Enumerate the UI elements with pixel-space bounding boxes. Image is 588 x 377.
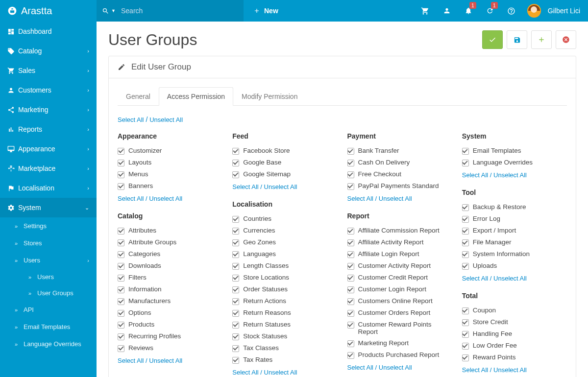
brand-text: Arastta <box>21 5 52 17</box>
brand-logo-icon <box>7 6 17 16</box>
user-icon[interactable] <box>436 0 458 22</box>
search-area: ▼ <box>97 0 244 22</box>
plus-icon <box>253 7 260 14</box>
topbar: Arastta ▼ New 1 1 Gilbert L <box>0 0 588 22</box>
update-badge: 1 <box>491 2 498 9</box>
topbar-right: 1 1 Gilbert Lici <box>415 0 588 22</box>
search-icon[interactable] <box>102 7 109 15</box>
brand[interactable]: Arastta <box>0 5 97 17</box>
help-icon[interactable] <box>501 0 522 22</box>
updates-icon[interactable]: 1 <box>479 0 501 22</box>
new-button[interactable]: New <box>244 0 288 22</box>
user-menu[interactable] <box>522 0 544 22</box>
notif-badge: 1 <box>469 2 476 9</box>
cart-icon[interactable] <box>415 0 436 22</box>
caret-down-icon[interactable]: ▼ <box>111 8 116 13</box>
avatar <box>527 4 541 18</box>
new-button-label: New <box>264 7 278 15</box>
search-input[interactable] <box>116 3 204 19</box>
user-name[interactable]: Gilbert Lici <box>544 7 588 15</box>
notifications-icon[interactable]: 1 <box>458 0 479 22</box>
